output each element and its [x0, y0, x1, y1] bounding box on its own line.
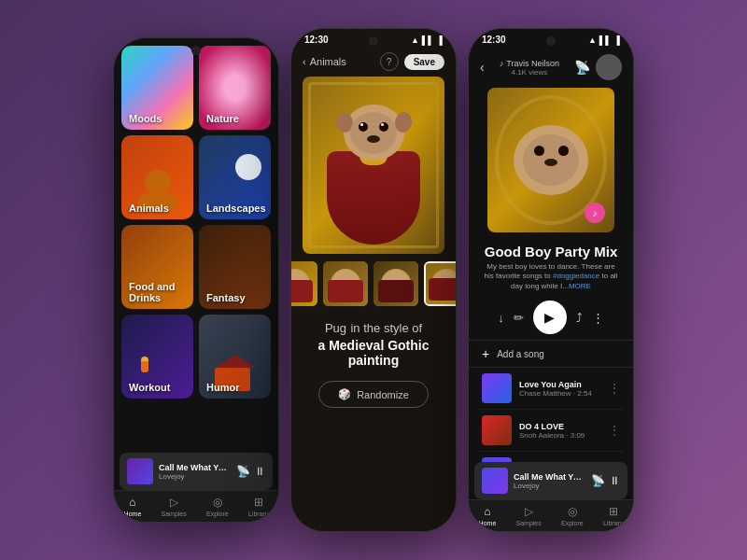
nav-library[interactable]: ⊞ Library	[248, 496, 268, 517]
pause-icon[interactable]: ⏸	[254, 465, 265, 478]
home-label-3: Home	[479, 520, 497, 526]
thumbnail-2[interactable]	[323, 261, 368, 306]
phone-playlist-player: 12:30 ▲ ▌▌ ▐ ‹ ♪ Travis Neilson 4.1K vie…	[468, 28, 634, 532]
creator-icon: ♪	[500, 59, 504, 68]
phone-style-picker: 12:30 ▲ ▌▌ ▐ ‹ Animals ? Save	[290, 28, 457, 532]
nav-explore[interactable]: ◎ Explore	[206, 496, 229, 517]
hashtag: #doggiedance	[553, 272, 599, 280]
status-time-3: 12:30	[482, 35, 506, 45]
more-icon: ⋮	[592, 311, 604, 325]
playlist-info: Good Boy Party Mix My best boy loves to …	[469, 236, 633, 295]
song-more-2[interactable]: ⋮	[609, 424, 620, 437]
nav-home[interactable]: ⌂ Home	[124, 496, 142, 517]
album-pug-eyes	[534, 146, 569, 156]
category-actions: ? Save	[380, 52, 444, 71]
nav-samples-3[interactable]: ▷ Samples	[516, 505, 542, 526]
help-button[interactable]: ?	[380, 52, 399, 71]
song-item-1[interactable]: Love You Again Chase Matthew · 2:54 ⋮	[478, 368, 624, 410]
cast-icon[interactable]: 📡	[236, 465, 250, 478]
now-playing-title: Call Me What You Like	[159, 463, 231, 472]
grid-item-landscapes[interactable]: Landscapes	[199, 135, 271, 219]
pug-face	[350, 112, 397, 154]
back-arrow[interactable]: ‹	[480, 60, 485, 75]
share-icon: ⤴	[576, 311, 583, 325]
grid-item-workout[interactable]: Workout	[121, 315, 193, 399]
home-label: Home	[124, 511, 142, 517]
play-button[interactable]: ▶	[533, 301, 567, 334]
library-icon-3: ⊞	[609, 505, 618, 518]
download-button[interactable]: ↓	[498, 311, 504, 325]
now-playing-info-3: Call Me What You Like Lovejoy	[514, 472, 585, 490]
chevron-down-icon: ‹	[303, 56, 306, 67]
thumbnail-4-selected[interactable]	[424, 261, 456, 306]
header-actions: 📡	[574, 54, 622, 80]
category-title: Animals	[310, 56, 346, 67]
play-icon: ▶	[544, 310, 555, 325]
album-pug	[514, 125, 588, 195]
nav-home-3[interactable]: ⌂ Home	[479, 505, 497, 526]
nav-library-3[interactable]: ⊞ Library	[603, 505, 623, 526]
song-title-1: Love You Again	[519, 380, 601, 389]
randomize-button[interactable]: 🎲 Randomize	[318, 381, 429, 408]
moods-label: Moods	[129, 113, 162, 124]
pug-illustration-main	[317, 86, 430, 245]
now-playing-artist: Lovejoy	[159, 472, 231, 481]
samples-label: Samples	[162, 511, 187, 517]
nav-samples[interactable]: ▷ Samples	[162, 496, 187, 517]
grid-item-moods[interactable]: Moods	[121, 46, 193, 130]
pug-eye-right	[379, 122, 388, 132]
share-button[interactable]: ⤴	[576, 311, 583, 325]
explore-label-3: Explore	[561, 520, 584, 526]
battery-icon-3: ▐	[614, 35, 620, 45]
cast-icon-3[interactable]: 📡	[574, 60, 590, 75]
song-title-2: DO 4 LOVE	[519, 422, 601, 431]
song-more-1[interactable]: ⋮	[609, 382, 620, 395]
thumbnail-1[interactable]	[291, 261, 317, 306]
now-playing-thumb-3	[482, 468, 508, 494]
save-button[interactable]: Save	[404, 54, 444, 70]
cast-icon-np[interactable]: 📡	[591, 474, 605, 487]
grid-item-animals[interactable]: Animals	[121, 135, 193, 219]
grid-item-humor[interactable]: Humor	[199, 315, 271, 399]
mini-pug-3	[374, 261, 418, 306]
album-pug-nose	[544, 159, 557, 166]
more-button[interactable]: ⋮	[592, 311, 604, 325]
category-header: ‹ Animals ? Save	[291, 49, 456, 77]
main-art-area	[303, 77, 444, 254]
back-button[interactable]: ‹ Animals	[303, 56, 346, 67]
phone-2-screen: 12:30 ▲ ▌▌ ▐ ‹ Animals ? Save	[291, 29, 456, 531]
status-icons-3: ▲ ▌▌ ▐	[588, 35, 620, 45]
pause-icon-np[interactable]: ⏸	[609, 474, 620, 487]
add-song-row[interactable]: + Add a song	[469, 340, 633, 368]
grid-item-fantasy[interactable]: Fantasy	[199, 225, 271, 309]
explore-icon: ◎	[213, 496, 222, 509]
home-icon-3: ⌂	[484, 505, 490, 518]
more-link[interactable]: MORE	[569, 282, 591, 290]
wifi-icon: ▲	[411, 35, 419, 45]
pug-head-container	[344, 105, 404, 161]
landscapes-label: Landscapes	[206, 203, 266, 214]
mini-pug-1	[291, 261, 317, 306]
runner-body	[141, 361, 148, 372]
add-song-label: Add a song	[497, 349, 544, 359]
samples-label-3: Samples	[516, 520, 542, 526]
mini-pug-robe-1	[291, 280, 313, 302]
thumbnail-3[interactable]	[374, 261, 418, 306]
edit-button[interactable]: ✏	[514, 311, 524, 325]
workout-label: Workout	[129, 382, 170, 393]
song-item-2[interactable]: DO 4 LOVE Snoh Aaleora · 3:09 ⋮	[478, 410, 624, 452]
mini-pug-robe-4	[429, 278, 456, 301]
samples-icon: ▷	[170, 496, 178, 509]
edit-icon: ✏	[514, 311, 524, 325]
grid-item-nature[interactable]: Nature	[199, 46, 271, 130]
wifi-icon-3: ▲	[588, 35, 597, 45]
nav-explore-3[interactable]: ◎ Explore	[561, 505, 584, 526]
now-playing-bar[interactable]: Call Me What You Like Lovejoy 📡 ⏸	[120, 453, 273, 490]
now-playing-bar-3[interactable]: Call Me What You Like Lovejoy 📡 ⏸	[474, 462, 627, 499]
mini-pug-robe-3	[378, 280, 414, 302]
grid-item-food[interactable]: Food and Drinks	[121, 225, 193, 309]
nature-label: Nature	[206, 113, 239, 124]
music-badge: ♪	[585, 203, 605, 223]
now-playing-artist-3: Lovejoy	[514, 482, 585, 490]
animal-name: Pug	[325, 321, 346, 335]
